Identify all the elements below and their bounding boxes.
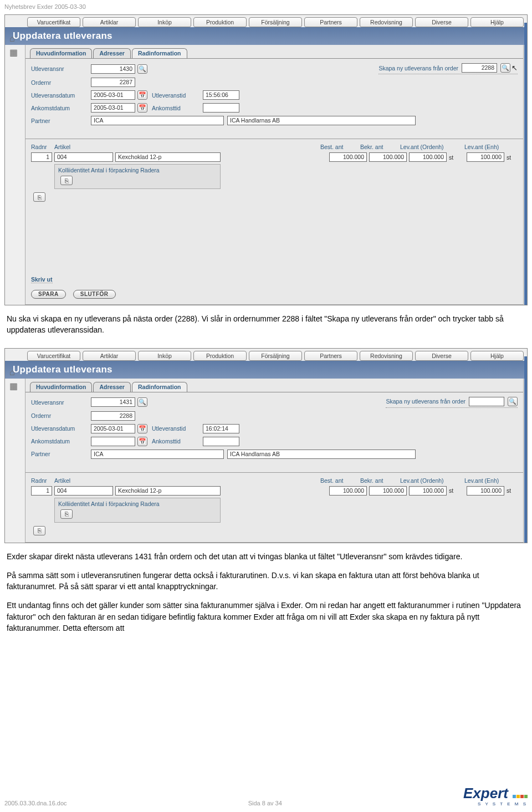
menu-inkop[interactable]: Inköp <box>138 17 191 27</box>
cell-radnr[interactable]: 1 <box>31 486 52 496</box>
finish-button[interactable]: SLUTFÖR <box>73 290 116 299</box>
tab-huvudinfo[interactable]: Huvudinformation <box>30 48 92 58</box>
cell-artdesc[interactable]: Kexchoklad 12-p <box>115 152 221 162</box>
menu-redovisning[interactable]: Redovisning <box>360 17 413 27</box>
label-utleveranstid: Utleveranstid <box>152 425 203 432</box>
sub-header: Kolliidentitet Antal i förpackning Rader… <box>58 501 217 507</box>
menu-partners[interactable]: Partners <box>304 351 357 361</box>
input-skapa-ny[interactable]: 2288 <box>462 63 497 73</box>
home-icon[interactable]: ⌂ <box>9 367 21 377</box>
menu-hjalp[interactable]: Hjälp <box>470 351 524 361</box>
menu-partners[interactable]: Partners <box>304 17 357 27</box>
cell-levord[interactable]: 100.000 <box>409 486 447 496</box>
hdr-artikel: Artikel <box>54 144 221 150</box>
input-partner-name[interactable]: ICA Handlarnas AB <box>227 116 416 125</box>
cell-artdesc[interactable]: Kexchoklad 12-p <box>115 486 221 496</box>
hdr-radnr: Radnr <box>31 477 52 484</box>
logo-brand: Expert <box>463 785 508 801</box>
input-utleveranstid[interactable]: 15:56:06 <box>203 90 239 100</box>
cell-best[interactable]: 100.000 <box>329 486 367 496</box>
calendar-icon[interactable]: 📅 <box>137 90 147 100</box>
menu-produktion[interactable]: Produktion <box>193 17 247 27</box>
menu-varucertifikat[interactable]: Varucertifikat <box>27 17 80 27</box>
menu-redovisning[interactable]: Redovisning <box>360 351 413 361</box>
label-ankomsttid: Ankomsttid <box>152 438 203 445</box>
grid-icon[interactable]: ▦ <box>9 381 21 391</box>
label-ankomstdatum: Ankomstdatum <box>31 438 91 445</box>
cell-best[interactable]: 100.000 <box>329 152 367 162</box>
input-utleveranstid[interactable]: 16:02:14 <box>203 424 239 433</box>
input-ankomstdatum[interactable]: 2005-03-01 <box>91 103 135 113</box>
menu-varucertifikat[interactable]: Varucertifikat <box>27 351 80 361</box>
input-partner-code[interactable]: ICA <box>91 116 224 125</box>
page-footer: 2005.03.30.dna.16.doc Sida 8 av 34 Exper… <box>4 786 528 806</box>
menu-artiklar[interactable]: Artiklar <box>83 351 136 361</box>
skapa-ny-control: Skapa ny utleverans från order 🔍 <box>386 397 518 408</box>
accent-bar <box>524 23 527 305</box>
input-ankomstdatum[interactable] <box>91 437 135 446</box>
menu-diverse[interactable]: Diverse <box>415 351 468 361</box>
input-ordernr[interactable]: 2288 <box>91 411 135 421</box>
link-skriv-ut[interactable]: Skriv ut <box>31 276 53 283</box>
input-utleveransnr[interactable]: 1430 <box>91 64 135 74</box>
line-grid: Radnr Artikel Best. ant Bekr. ant Lev.an… <box>25 139 523 204</box>
calendar-icon[interactable]: 📅 <box>137 437 147 446</box>
home-icon[interactable]: ⌂ <box>9 34 21 44</box>
menu-bar: Varucertifikat Artiklar Inköp Produktion… <box>5 349 527 361</box>
cell-levord[interactable]: 100.000 <box>409 152 447 162</box>
input-skapa-ny[interactable] <box>469 397 504 406</box>
menu-forsaljning[interactable]: Försäljning <box>249 17 302 27</box>
doc-header: Nyhetsbrev Exder 2005-03-30 <box>4 3 528 10</box>
logo-subtitle: S Y S T E M S <box>478 801 528 806</box>
cell-levenh[interactable]: 100.000 <box>467 152 504 162</box>
tab-huvudinfo[interactable]: Huvudinformation <box>30 382 92 392</box>
add-row-icon[interactable]: ⎘ <box>33 526 45 535</box>
tab-radinfo[interactable]: Radinformation <box>132 382 187 392</box>
cell-levenh[interactable]: 100.000 <box>467 486 504 496</box>
search-icon[interactable]: 🔍 <box>500 63 510 73</box>
cell-bekr[interactable]: 100.000 <box>369 486 407 496</box>
grid-icon[interactable]: ▦ <box>9 47 21 58</box>
side-icon-group: ⌂ ▦ <box>7 364 23 395</box>
cell-artnum[interactable]: 004 <box>54 486 113 496</box>
label-ankomstdatum: Ankomstdatum <box>31 105 91 111</box>
label-partner: Partner <box>31 118 91 124</box>
add-row-icon[interactable]: ⎘ <box>33 192 45 202</box>
search-icon[interactable]: 🔍 <box>137 64 147 74</box>
menu-produktion[interactable]: Produktion <box>193 351 247 361</box>
calendar-icon[interactable]: 📅 <box>137 424 147 433</box>
tab-adresser[interactable]: Adresser <box>93 48 131 58</box>
add-row-icon[interactable]: ⎘ <box>60 176 73 185</box>
input-utleveransnr[interactable]: 1431 <box>91 397 135 407</box>
input-ordernr[interactable]: 2287 <box>91 78 135 87</box>
menu-diverse[interactable]: Diverse <box>415 17 468 27</box>
paragraph: Nu ska vi skapa en ny utleverans på näst… <box>7 313 525 336</box>
cell-unit1: st <box>449 487 458 494</box>
input-partner-name[interactable]: ICA Handlarnas AB <box>227 450 416 459</box>
input-utleveransdatum[interactable]: 2005-03-01 <box>91 424 135 433</box>
logo-dots-icon <box>512 793 528 799</box>
cell-bekr[interactable]: 100.000 <box>369 152 407 162</box>
hdr-levenh: Lev.ant (Enh) <box>464 477 515 484</box>
tab-adresser[interactable]: Adresser <box>93 382 131 392</box>
save-button[interactable]: SPARA <box>31 290 66 299</box>
side-icon-group: ⌂ ▦ <box>7 30 23 61</box>
menu-inkop[interactable]: Inköp <box>138 351 191 361</box>
menu-forsaljning[interactable]: Försäljning <box>249 351 302 361</box>
input-partner-code[interactable]: ICA <box>91 450 224 459</box>
label-ankomsttid: Ankomsttid <box>152 105 203 111</box>
add-row-icon[interactable]: ⎘ <box>60 509 73 519</box>
input-utleveransdatum[interactable]: 2005-03-01 <box>91 90 135 100</box>
label-utleveranstid: Utleveranstid <box>152 92 203 99</box>
menu-hjalp[interactable]: Hjälp <box>470 17 524 27</box>
search-icon[interactable]: 🔍 <box>137 397 147 407</box>
input-ankomsttid[interactable] <box>203 437 239 446</box>
search-icon[interactable]: 🔍 <box>508 397 518 406</box>
input-ankomsttid[interactable] <box>203 103 239 113</box>
tab-radinfo[interactable]: Radinformation <box>132 48 187 58</box>
table-row: 1 004 Kexchoklad 12-p 100.000 100.000 10… <box>31 486 518 496</box>
cell-artnum[interactable]: 004 <box>54 152 113 162</box>
cell-radnr[interactable]: 1 <box>31 152 52 162</box>
menu-artiklar[interactable]: Artiklar <box>83 17 136 27</box>
calendar-icon[interactable]: 📅 <box>137 103 147 113</box>
